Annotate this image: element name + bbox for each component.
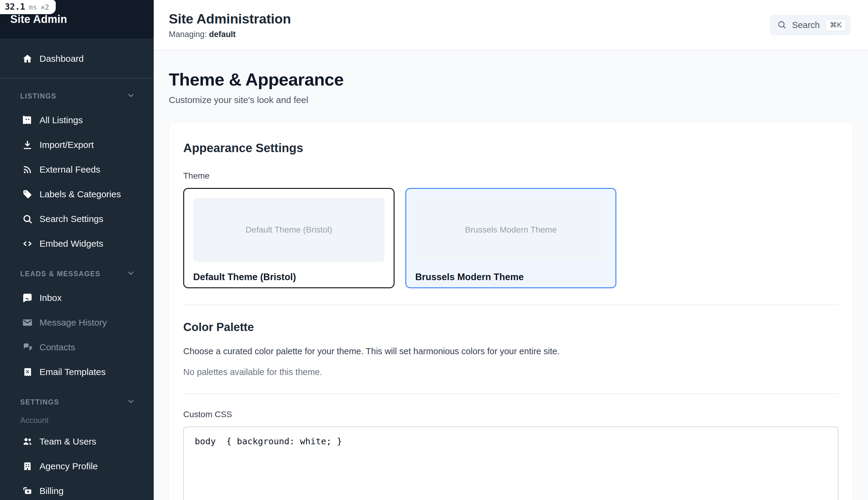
section-label: SETTINGS xyxy=(20,398,59,406)
building-icon xyxy=(22,461,33,472)
color-palette-empty-state: No palettes available for this theme. xyxy=(183,367,838,377)
perf-time-value: 32.1 xyxy=(5,2,25,12)
storefront-icon xyxy=(22,115,33,126)
sidebar-item-label: Team & Users xyxy=(40,436,96,447)
custom-css-label: Custom CSS xyxy=(183,410,838,419)
sidebar-item-label: All Listings xyxy=(40,115,82,125)
sidebar-section-listings: LISTINGS All Listings Import/Export xyxy=(0,78,154,256)
sidebar-item-label: External Feeds xyxy=(40,164,100,175)
chevron-down-icon xyxy=(126,91,135,101)
subsection-label-account: Account xyxy=(0,416,154,425)
sidebar-item-billing[interactable]: Billing xyxy=(0,479,154,500)
chat-bubbles-icon xyxy=(22,342,33,353)
download-icon xyxy=(22,139,33,150)
section-header-settings[interactable]: SETTINGS xyxy=(0,398,154,407)
sidebar: Site Admin Dashboard LISTINGS xyxy=(0,0,154,500)
sidebar-item-label: Import/Export xyxy=(40,140,94,150)
magnifier-icon xyxy=(22,214,33,224)
top-header: Site Administration Managing: default Se… xyxy=(154,0,868,50)
code-icon xyxy=(22,238,33,249)
section-label: LEADS & MESSAGES xyxy=(20,270,101,278)
chevron-down-icon xyxy=(126,269,135,279)
sidebar-item-inbox[interactable]: Inbox xyxy=(0,285,154,310)
sidebar-item-external-feeds[interactable]: External Feeds xyxy=(0,157,154,182)
sidebar-item-import-export[interactable]: Import/Export xyxy=(0,133,154,157)
sidebar-item-label: Billing xyxy=(40,486,64,496)
sidebar-item-label: Inbox xyxy=(40,293,62,303)
sidebar-item-agency-profile[interactable]: Agency Profile xyxy=(0,454,154,479)
page-title: Theme & Appearance xyxy=(169,69,853,90)
theme-field-label: Theme xyxy=(183,171,838,181)
theme-name: Brussels Modern Theme xyxy=(415,272,607,283)
section-divider xyxy=(183,394,838,394)
sidebar-item-team-users[interactable]: Team & Users xyxy=(0,429,154,454)
main-area: Site Administration Managing: default Se… xyxy=(154,0,868,500)
mail-icon xyxy=(22,317,33,328)
section-divider xyxy=(183,305,838,305)
managing-value: default xyxy=(209,30,236,39)
sidebar-item-label: Message History xyxy=(40,317,107,328)
search-shortcut-kbd: ⌘K xyxy=(825,19,846,31)
color-palette-description: Choose a curated color palette for your … xyxy=(183,346,838,356)
sidebar-item-label: Agency Profile xyxy=(40,461,98,471)
managing-indicator: Managing: default xyxy=(169,30,291,39)
users-icon xyxy=(22,436,33,447)
sidebar-nav: Dashboard LISTINGS All Listings xyxy=(0,38,154,500)
content-area: Theme & Appearance Customize your site's… xyxy=(154,50,868,500)
theme-options-grid: Default Theme (Bristol) Default Theme (B… xyxy=(183,188,838,288)
custom-css-input[interactable]: body { background: white; } xyxy=(183,427,838,500)
sidebar-item-all-listings[interactable]: All Listings xyxy=(0,108,154,133)
sidebar-item-label: Embed Widgets xyxy=(40,239,103,249)
section-header-leads-messages[interactable]: LEADS & MESSAGES xyxy=(0,269,154,278)
sidebar-item-embed-widgets[interactable]: Embed Widgets xyxy=(0,231,154,256)
sidebar-item-label: Contacts xyxy=(40,342,75,352)
perf-multiplier: ×2 xyxy=(41,3,49,11)
message-square-icon xyxy=(22,293,33,303)
performance-badge: 32.1 ms ×2 xyxy=(0,0,56,14)
theme-option-default-bristol[interactable]: Default Theme (Bristol) Default Theme (B… xyxy=(183,188,394,288)
search-label: Search xyxy=(792,20,820,30)
sidebar-item-label: Dashboard xyxy=(40,54,84,64)
sidebar-item-contacts[interactable]: Contacts xyxy=(0,335,154,360)
section-label: LISTINGS xyxy=(20,92,56,100)
sidebar-item-labels-categories[interactable]: Labels & Categories xyxy=(0,182,154,207)
theme-option-brussels-modern[interactable]: Brussels Modern Theme Brussels Modern Th… xyxy=(405,188,617,288)
sidebar-item-label: Email Templates xyxy=(40,367,106,377)
sidebar-item-email-templates[interactable]: Email Templates xyxy=(0,360,154,384)
sidebar-section-leads-messages: LEADS & MESSAGES Inbox Message History xyxy=(0,256,154,384)
app-title: Site Admin xyxy=(10,13,67,26)
sidebar-item-search-settings[interactable]: Search Settings xyxy=(0,207,154,231)
card-title: Appearance Settings xyxy=(183,141,838,155)
chevron-down-icon xyxy=(126,397,135,407)
wallet-icon xyxy=(22,486,33,496)
tag-icon xyxy=(22,189,33,200)
sidebar-item-label: Labels & Categories xyxy=(40,189,121,200)
theme-preview: Default Theme (Bristol) xyxy=(193,198,385,262)
rss-icon xyxy=(22,164,33,175)
page-subtitle: Customize your site's look and feel xyxy=(169,95,853,105)
managing-label: Managing: xyxy=(169,30,207,39)
page-header-title: Site Administration xyxy=(169,11,291,27)
home-icon xyxy=(22,53,33,64)
sidebar-section-settings: SETTINGS Account Team & Users Agen xyxy=(0,384,154,500)
email-template-icon xyxy=(22,366,33,377)
sidebar-item-message-history[interactable]: Message History xyxy=(0,310,154,335)
sidebar-item-dashboard[interactable]: Dashboard xyxy=(0,46,154,71)
perf-time-unit: ms xyxy=(29,3,37,11)
appearance-settings-card: Appearance Settings Theme Default Theme … xyxy=(169,123,853,500)
color-palette-title: Color Palette xyxy=(183,321,838,334)
sidebar-item-label: Search Settings xyxy=(40,214,103,224)
section-header-listings[interactable]: LISTINGS xyxy=(0,92,154,101)
search-button[interactable]: Search ⌘K xyxy=(770,15,850,35)
theme-name: Default Theme (Bristol) xyxy=(193,272,385,283)
search-icon xyxy=(777,20,787,31)
theme-preview: Brussels Modern Theme xyxy=(415,198,607,262)
